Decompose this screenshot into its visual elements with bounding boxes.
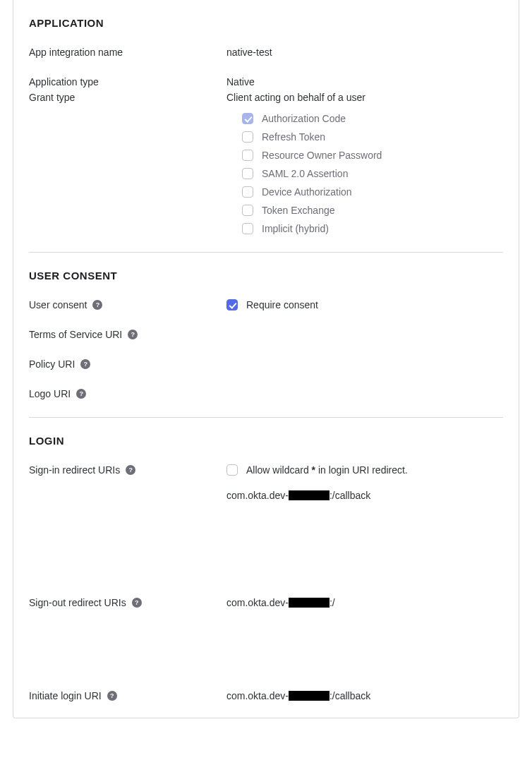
- checkbox-device-authorization[interactable]: [242, 186, 253, 198]
- help-icon[interactable]: ?: [128, 330, 138, 339]
- row-policy-uri: Policy URI ?: [29, 358, 503, 370]
- checkbox-authorization-code[interactable]: [242, 113, 253, 124]
- redacted-block: [289, 490, 330, 500]
- signout-redirect-uri: com.okta.dev-:/: [226, 596, 503, 609]
- grant-label: SAML 2.0 Assertion: [262, 167, 348, 180]
- grant-option: Implicit (hybrid): [242, 222, 503, 235]
- signin-redirect-label: Sign-in redirect URIs: [29, 464, 120, 476]
- grant-option: Authorization Code: [242, 112, 503, 125]
- row-tos-uri: Terms of Service URI ?: [29, 328, 503, 341]
- row-grant-type: Grant type Client acting on behalf of a …: [29, 91, 503, 235]
- checkbox-saml-assertion[interactable]: [242, 168, 253, 179]
- help-icon[interactable]: ?: [80, 359, 90, 369]
- app-integration-name-label: App integration name: [29, 46, 226, 59]
- grant-label: Device Authorization: [262, 186, 352, 198]
- grant-label: Token Exchange: [262, 204, 335, 217]
- checkbox-token-exchange[interactable]: [242, 205, 253, 216]
- grant-option: Refresh Token: [242, 131, 503, 143]
- row-initiate-login: Initiate login URI ? com.okta.dev-:/call…: [29, 689, 503, 702]
- grant-label: Resource Owner Password: [262, 149, 382, 162]
- grant-option: Resource Owner Password: [242, 149, 503, 162]
- grant-label: Authorization Code: [262, 112, 346, 125]
- checkbox-allow-wildcard[interactable]: [226, 464, 238, 476]
- user-consent-heading: USER CONSENT: [29, 270, 503, 282]
- grant-option: SAML 2.0 Assertion: [242, 167, 503, 180]
- settings-panel: APPLICATION App integration name native-…: [13, 0, 519, 718]
- application-type-label: Application type: [29, 76, 226, 88]
- row-application-type: Application type Native: [29, 76, 503, 88]
- application-heading: APPLICATION: [29, 17, 503, 29]
- checkbox-resource-owner-password[interactable]: [242, 150, 253, 161]
- app-integration-name-value: native-test: [226, 46, 503, 59]
- grant-label: Refresh Token: [262, 131, 325, 143]
- checkbox-refresh-token[interactable]: [242, 131, 253, 143]
- help-icon[interactable]: ?: [132, 598, 142, 608]
- help-icon[interactable]: ?: [107, 691, 117, 701]
- row-logo-uri: Logo URI ?: [29, 387, 503, 400]
- section-user-consent: USER CONSENT User consent ? Require cons…: [29, 252, 503, 400]
- require-consent-label: Require consent: [246, 298, 318, 311]
- initiate-login-uri: com.okta.dev-:/callback: [226, 689, 503, 702]
- allow-wildcard-label: Allow wildcard * in login URI redirect.: [246, 464, 408, 476]
- policy-uri-label: Policy URI: [29, 358, 75, 370]
- grant-label: Implicit (hybrid): [262, 222, 329, 235]
- help-icon[interactable]: ?: [76, 389, 86, 399]
- application-type-value: Native: [226, 76, 503, 88]
- section-application: APPLICATION App integration name native-…: [29, 0, 503, 235]
- help-icon[interactable]: ?: [92, 300, 102, 310]
- grant-group-label: Client acting on behalf of a user: [226, 91, 503, 104]
- help-icon[interactable]: ?: [126, 465, 135, 475]
- redacted-block: [289, 598, 330, 608]
- grant-type-list: Authorization Code Refresh Token Resourc…: [226, 112, 503, 235]
- signout-redirect-label: Sign-out redirect URIs: [29, 596, 126, 609]
- section-login: LOGIN Sign-in redirect URIs ? Allow wild…: [29, 417, 503, 702]
- checkbox-require-consent[interactable]: [226, 299, 238, 310]
- row-app-integration-name: App integration name native-test: [29, 46, 503, 59]
- row-user-consent: User consent ? Require consent: [29, 298, 503, 311]
- grant-option: Token Exchange: [242, 204, 503, 217]
- redacted-block: [289, 691, 330, 701]
- grant-option: Device Authorization: [242, 186, 503, 198]
- tos-uri-label: Terms of Service URI: [29, 328, 122, 341]
- user-consent-label: User consent: [29, 298, 87, 311]
- login-heading: LOGIN: [29, 435, 503, 447]
- grant-type-label: Grant type: [29, 91, 226, 104]
- checkbox-implicit-hybrid[interactable]: [242, 223, 253, 234]
- signin-redirect-uri: com.okta.dev-:/callback: [226, 489, 503, 502]
- row-signin-redirect: Sign-in redirect URIs ? Allow wildcard *…: [29, 464, 503, 593]
- row-signout-redirect: Sign-out redirect URIs ? com.okta.dev-:/: [29, 596, 503, 687]
- logo-uri-label: Logo URI: [29, 387, 71, 400]
- initiate-login-label: Initiate login URI: [29, 689, 102, 702]
